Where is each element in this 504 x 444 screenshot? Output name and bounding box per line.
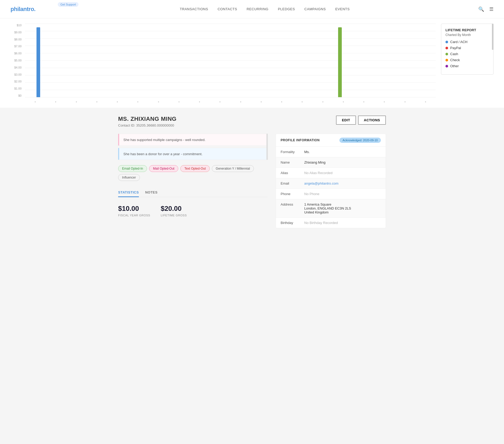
profile-field-value: Zhixiang Ming (304, 160, 326, 164)
stats-section: $10.00 FISCAL YEAR GROSS $20.00 LIFETIME… (118, 205, 268, 217)
x-axis-dot (137, 101, 138, 102)
profile-card: PROFILE INFORMATION Acknowledged: 2020-0… (276, 134, 386, 228)
y-axis-label: $6.00 (14, 52, 22, 55)
contact-name: MS. ZHIXIANG MING (118, 116, 176, 122)
profile-row: Emailangela@philantro.com (276, 178, 386, 189)
stat-fiscal-value: $10.00 (118, 205, 150, 213)
bar-group (107, 24, 134, 97)
legend-scrollbar[interactable] (492, 24, 494, 50)
chart-area: $10$9.00$8.00$7.00$6.00$5.00$4.00$3.00$2… (10, 24, 436, 102)
x-axis-dot (405, 101, 406, 102)
x-axis-dot (76, 101, 77, 102)
notes-scrollbar[interactable] (266, 134, 268, 160)
chart-legend: LIFETIME REPORT Charted By Month Card / … (441, 24, 494, 75)
profile-fields: FormalityMs.NameZhixiang MingAliasNo Ali… (276, 147, 386, 228)
note-1: She has supported multiple campaigns - w… (118, 134, 268, 146)
menu-icon[interactable]: ☰ (489, 6, 494, 12)
bar-group (217, 24, 244, 97)
legend-dot (445, 47, 448, 49)
get-support-button[interactable]: Get Support (58, 2, 78, 7)
contact-title: MS. ZHIXIANG MING Contact ID: 35205.3668… (118, 116, 176, 127)
bar-group (327, 24, 353, 97)
legend-label: Cash (450, 52, 458, 56)
profile-field-label: Formality (281, 150, 304, 154)
legend-item: Card / ACH (445, 40, 489, 44)
tag-email-opted-in[interactable]: Email Opted-In (118, 165, 147, 172)
profile-field-label: Name (281, 160, 304, 164)
nav-recurring[interactable]: RECURRING (246, 7, 268, 11)
notes-wrapper: She has supported multiple campaigns - w… (118, 134, 268, 160)
tag-influencer[interactable]: Influencer (118, 174, 140, 181)
contact-id-value: 35205.36680.000000000 (136, 123, 174, 127)
bar-group (244, 24, 271, 97)
profile-row: FormalityMs. (276, 147, 386, 157)
y-axis-label: $7.00 (14, 45, 22, 48)
stat-lifetime-label: LIFETIME GROSS (161, 214, 187, 217)
actions-button[interactable]: ACTIONS (358, 116, 386, 125)
profile-row: PhoneNo Phone (276, 189, 386, 199)
bar-group (80, 24, 107, 97)
contact-header: MS. ZHIXIANG MING Contact ID: 35205.3668… (118, 116, 386, 127)
bars-container (25, 24, 436, 97)
tab-statistics[interactable]: STATISTICS (118, 188, 139, 197)
y-axis-label: $0 (18, 94, 22, 97)
y-axis-label: $4.00 (14, 66, 22, 69)
y-axis-label: $8.00 (14, 38, 22, 41)
profile-field-label: Phone (281, 192, 304, 196)
tab-notes[interactable]: NOTES (145, 188, 158, 197)
profile-row: Address1 America Square London, ENGLAND … (276, 199, 386, 217)
acknowledged-badge: Acknowledged: 2020-09-10 (339, 138, 381, 143)
profile-row: NameZhixiang Ming (276, 157, 386, 168)
legend-dot (445, 41, 448, 43)
profile-field-value[interactable]: angela@philantro.com (304, 181, 338, 185)
tags-section: Email Opted-In Mail Opted-Out Text Opted… (118, 165, 268, 181)
contact-id-label: Contact ID: (118, 123, 135, 127)
nav-transactions[interactable]: TRANSACTIONS (180, 7, 208, 11)
main-content: MS. ZHIXIANG MING Contact ID: 35205.3668… (108, 108, 396, 236)
profile-row: AliasNo Alias Recorded (276, 168, 386, 178)
profile-header: PROFILE INFORMATION Acknowledged: 2020-0… (276, 134, 386, 147)
x-axis-dot (384, 101, 385, 102)
action-buttons: EDIT ACTIONS (336, 116, 386, 125)
bar-group (299, 24, 326, 97)
x-axis-dot (117, 101, 118, 102)
bar-group (272, 24, 298, 97)
nav-pledges[interactable]: PLEDGES (278, 7, 295, 11)
x-axis-dot (425, 101, 426, 102)
profile-row: BirthdayNo Birthday Recorded (276, 217, 386, 228)
nav-icons: 🔍 ☰ (478, 6, 494, 12)
edit-button[interactable]: EDIT (336, 116, 356, 125)
tag-generation[interactable]: Generation Y / Millennial (212, 165, 254, 172)
profile-field-value: 1 America Square London, ENGLAND EC3N 2L… (304, 202, 351, 214)
legend-label: Card / ACH (450, 40, 468, 44)
nav-campaigns[interactable]: CAMPAIGNS (304, 7, 326, 11)
legend-dot (445, 53, 448, 55)
x-axis-dot (363, 101, 364, 102)
profile-field-label: Email (281, 181, 304, 185)
x-axis-dot (302, 101, 303, 102)
legend-label: Other (450, 64, 459, 68)
y-axis-label: $2.00 (14, 80, 22, 83)
nav-events[interactable]: EVENTS (335, 7, 350, 11)
legend-label: Check (450, 58, 460, 62)
chart-container: $10$9.00$8.00$7.00$6.00$5.00$4.00$3.00$2… (10, 24, 494, 102)
y-axis-label: $9.00 (14, 31, 22, 34)
nav-contacts[interactable]: CONTACTS (218, 7, 237, 11)
chart-section: $10$9.00$8.00$7.00$6.00$5.00$4.00$3.00$2… (0, 18, 504, 108)
legend-items: Card / ACHPayPalCashCheckOther (445, 40, 489, 68)
stat-lifetime-value: $20.00 (161, 205, 187, 213)
search-icon[interactable]: 🔍 (478, 6, 484, 12)
note-2-text: She has been a donor for over a year - c… (123, 152, 202, 156)
x-axis-dot (240, 101, 241, 102)
tag-mail-opted-out[interactable]: Mail Opted-Out (149, 165, 178, 172)
profile-field-value: No Birthday Recorded (304, 221, 338, 225)
tabs: STATISTICS NOTES (118, 188, 268, 197)
bar-group (25, 24, 52, 97)
tag-text-opted-out[interactable]: Text Opted-Out (180, 165, 209, 172)
legend-item: Cash (445, 52, 489, 56)
logo[interactable]: philantro. (10, 6, 35, 13)
left-panel: She has supported multiple campaigns - w… (118, 134, 268, 228)
stat-lifetime: $20.00 LIFETIME GROSS (161, 205, 187, 217)
x-axis-dot (219, 101, 220, 102)
profile-field-label: Alias (281, 171, 304, 175)
